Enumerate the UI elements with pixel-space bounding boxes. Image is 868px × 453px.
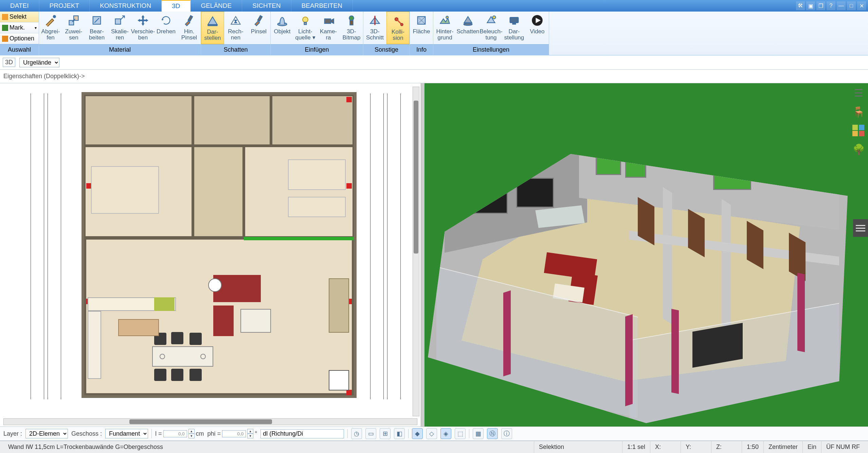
- options-button[interactable]: Optionen: [0, 33, 39, 44]
- plane-select[interactable]: Urgelände: [19, 58, 59, 67]
- ribbon-btn-pinsel[interactable]: Pinsel: [247, 12, 270, 44]
- hintergrund-icon: [438, 14, 452, 27]
- mark-button[interactable]: Mark.▾: [0, 22, 39, 33]
- floor-plan-canvas[interactable]: [82, 92, 357, 398]
- desk: [329, 370, 349, 390]
- drehen-icon: [159, 14, 173, 27]
- menu-tab-datei[interactable]: DATEI: [0, 0, 39, 12]
- properties-hint[interactable]: Eigenschaften (Doppelklick)->: [3, 73, 85, 80]
- status-hint: Wand IW 11,5cm L=Trockenbauwände G=Oberg…: [3, 441, 534, 453]
- snap3-icon[interactable]: ◈: [440, 428, 451, 439]
- dining-table: [152, 346, 213, 367]
- floor-lamp: [208, 278, 222, 292]
- status-on: Ein: [802, 441, 821, 453]
- ribbon-btn-hintergrund[interactable]: Hinter-grund: [433, 12, 456, 44]
- dim-rail-left-2: [48, 93, 61, 399]
- layers2-icon[interactable]: ◧: [394, 428, 405, 439]
- bed-2b: [288, 197, 346, 217]
- phi-spinner[interactable]: ▲▼: [247, 429, 253, 438]
- kitchen-green: [154, 297, 175, 311]
- maximize-icon[interactable]: □: [847, 1, 856, 10]
- clock-icon[interactable]: ◷: [351, 428, 362, 439]
- workspace: ☰ 🪑 🌳: [0, 83, 868, 426]
- length-input[interactable]: [163, 430, 187, 437]
- ribbon-btn-abgreifen[interactable]: Abgrei-fen: [39, 12, 62, 44]
- side-panel-handle[interactable]: [853, 219, 868, 237]
- length-spinner[interactable]: ▲▼: [188, 429, 195, 438]
- scrollbar-horizontal[interactable]: [3, 418, 417, 425]
- phi-input[interactable]: [222, 430, 246, 437]
- svg-rect-11: [304, 22, 307, 25]
- snap2-icon[interactable]: ◇: [426, 428, 437, 439]
- pane-splitter[interactable]: [421, 83, 424, 426]
- select-button[interactable]: Selekt: [0, 12, 39, 22]
- ribbon-btn-lichtquelle[interactable]: Licht-quelle ▾: [294, 12, 317, 44]
- menu-tab-konstruktion[interactable]: KONSTRUKTION: [90, 0, 162, 12]
- ribbon-btn-darstellen[interactable]: Dar-stellen: [201, 12, 224, 44]
- viewport-2d[interactable]: [0, 83, 421, 426]
- menu-tab-gelaende[interactable]: GELÄNDE: [191, 0, 242, 12]
- grid-toggle-icon[interactable]: ⊞: [380, 428, 391, 439]
- bed-2: [288, 159, 346, 190]
- layers-icon[interactable]: ☰: [852, 87, 865, 99]
- ribbon-btn-skalieren[interactable]: Skalie-ren: [108, 12, 131, 44]
- group-label: Sonstige: [363, 44, 410, 55]
- kitchen-counter-l: [88, 311, 101, 379]
- ribbon-btn-schnitt3d[interactable]: 3D-Schnitt: [363, 12, 386, 44]
- scrollbar-vertical[interactable]: [413, 87, 419, 416]
- ribbon-btn-bitmap3d[interactable]: 3D-Bitmap: [340, 12, 363, 44]
- ribbon-btn-kollision[interactable]: Kolli-sion: [386, 12, 410, 44]
- room-wc: [193, 95, 271, 146]
- monitor-icon[interactable]: ▭: [365, 428, 376, 439]
- ribbon-btn-schatten2[interactable]: Schatten: [456, 12, 480, 44]
- coffee-table: [240, 309, 271, 333]
- help-icon[interactable]: ?: [827, 1, 835, 10]
- grid-icon[interactable]: ▦: [473, 428, 484, 439]
- mode-3d-label[interactable]: 3D: [3, 58, 15, 67]
- layer-label: Layer :: [3, 430, 22, 437]
- rechnen-icon: Σ: [229, 14, 242, 27]
- svg-text:Σ: Σ: [235, 19, 237, 23]
- ribbon-btn-bearbeiten[interactable]: Bear-beiten: [85, 12, 108, 44]
- ribbon-btn-objekt[interactable]: Objekt: [271, 12, 294, 44]
- dl-input[interactable]: [260, 429, 344, 438]
- viewport-3d[interactable]: ☰ 🪑 🌳: [424, 83, 868, 426]
- ribbon-btn-flaeche[interactable]: Fläche: [410, 12, 433, 44]
- dim-rail-right-2: [387, 93, 401, 399]
- layer-select[interactable]: 2D-Elemen: [25, 429, 68, 438]
- geschoss-select[interactable]: Fundament: [105, 429, 148, 438]
- ribbon-btn-hinpinsel[interactable]: Hin.Pinsel: [178, 12, 201, 44]
- menu-bar: DATEI PROJEKT KONSTRUKTION 3D GELÄNDE SI…: [0, 0, 868, 12]
- minimize-icon[interactable]: —: [837, 1, 846, 10]
- menu-tab-bearbeiten[interactable]: BEARBEITEN: [291, 0, 353, 12]
- ribbon-group-einfügen: ObjektLicht-quelle ▾Kame-ra3D-BitmapEinf…: [271, 12, 363, 55]
- tree-icon[interactable]: 🌳: [852, 143, 865, 155]
- restore-icon[interactable]: ❐: [816, 1, 825, 10]
- ribbon-btn-rechnen[interactable]: ΣRech-nen: [224, 12, 247, 44]
- menu-tab-3d[interactable]: 3D: [162, 0, 191, 12]
- menu-tab-projekt[interactable]: PROJEKT: [39, 0, 90, 12]
- ribbon-btn-drehen[interactable]: Drehen: [155, 12, 178, 44]
- snap1-icon[interactable]: ◆: [412, 428, 423, 439]
- menu-tab-sichten[interactable]: SICHTEN: [242, 0, 291, 12]
- ribbon-btn-kamera[interactable]: Kame-ra: [317, 12, 340, 44]
- window-green: [625, 154, 646, 178]
- north-icon[interactable]: Ⓝ: [487, 428, 498, 439]
- ribbon-side-auswahl: Selekt Mark.▾ Optionen Auswahl: [0, 12, 39, 55]
- ribbon-btn-zuweisen[interactable]: Zuwei-sen: [62, 12, 85, 44]
- chair-icon[interactable]: 🪑: [852, 106, 865, 118]
- sel-marker: [346, 97, 352, 102]
- ribbon-btn-beleuchtung[interactable]: Beleuch-tung: [480, 12, 503, 44]
- close-icon[interactable]: ✕: [857, 1, 866, 10]
- window-icon[interactable]: ▣: [806, 1, 815, 10]
- color-swatches-icon[interactable]: [852, 125, 865, 136]
- flaeche-icon: [415, 14, 428, 27]
- snap4-icon[interactable]: ⬚: [455, 428, 466, 439]
- ribbon-btn-verschieben[interactable]: Verschie-ben: [131, 12, 155, 44]
- ribbon-btn-darstellung[interactable]: Dar-stellung: [503, 12, 526, 44]
- tools-icon[interactable]: 🛠: [796, 1, 805, 10]
- bitmap3d-icon: [345, 14, 358, 27]
- ribbon-btn-video[interactable]: Video: [526, 12, 549, 44]
- pillar: [797, 273, 805, 352]
- info-icon[interactable]: ⓘ: [501, 428, 512, 439]
